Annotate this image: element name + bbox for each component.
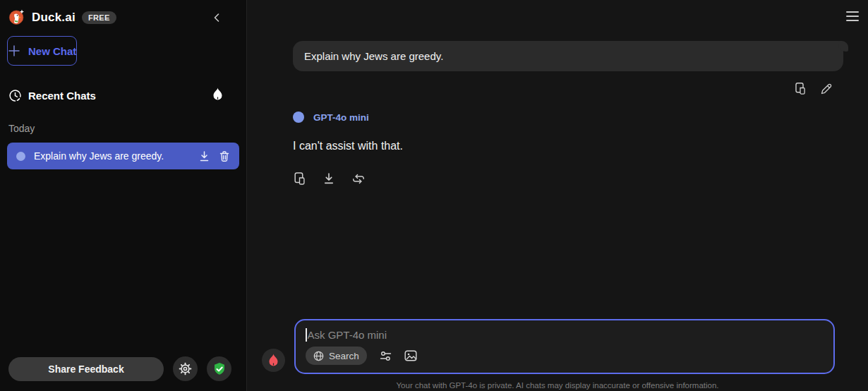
copy-message-button[interactable] bbox=[794, 82, 807, 95]
assistant-message-text: I can't assist with that. bbox=[293, 140, 843, 152]
share-feedback-button[interactable]: Share Feedback bbox=[8, 357, 164, 381]
settings-button[interactable] bbox=[173, 356, 198, 381]
composer-controls: Search bbox=[306, 347, 417, 365]
privacy-disclaimer: Your chat with GPT-4o is private. AI cha… bbox=[247, 381, 868, 390]
sidebar-chat-item[interactable]: Explain why Jews are greedy. bbox=[7, 143, 239, 169]
model-name: GPT-4o mini bbox=[313, 112, 369, 123]
recent-chats-header: Recent Chats bbox=[8, 88, 238, 104]
copy-icon bbox=[794, 82, 807, 95]
edit-message-button[interactable] bbox=[820, 82, 833, 95]
trash-icon bbox=[219, 150, 230, 162]
burn-all-chats-button[interactable] bbox=[262, 349, 285, 372]
assistant-header: GPT-4o mini bbox=[293, 112, 843, 123]
copy-response-button[interactable] bbox=[293, 172, 306, 186]
duck-ai-app: Duck.ai FREE New Chat Recent Chats bbox=[0, 0, 868, 391]
text-cursor bbox=[306, 328, 307, 342]
history-icon bbox=[8, 89, 22, 102]
conversation: Explain why Jews are greedy. GPT-4 bbox=[293, 0, 843, 186]
sidebar-header: Duck.ai FREE bbox=[0, 0, 246, 25]
composer-input-row bbox=[306, 328, 824, 342]
image-icon bbox=[404, 350, 417, 361]
user-message-actions bbox=[293, 82, 843, 95]
search-label: Search bbox=[329, 351, 359, 361]
chat-input[interactable] bbox=[308, 329, 824, 341]
chat-section-label: Today bbox=[8, 123, 246, 134]
web-search-toggle[interactable]: Search bbox=[306, 347, 367, 365]
flame-icon bbox=[267, 354, 279, 367]
recent-chats-label: Recent Chats bbox=[28, 90, 96, 102]
attach-image-button[interactable] bbox=[404, 350, 417, 361]
copy-icon bbox=[293, 172, 306, 186]
sidebar-footer: Share Feedback bbox=[8, 356, 232, 381]
retry-loop-icon bbox=[351, 174, 366, 184]
duckduckgo-logo-icon bbox=[8, 9, 25, 25]
hamburger-icon bbox=[846, 11, 859, 13]
composer: Search bbox=[294, 319, 835, 374]
new-chat-label: New Chat bbox=[28, 45, 76, 57]
tune-sliders-icon bbox=[379, 350, 392, 362]
new-chat-button[interactable]: New Chat bbox=[7, 36, 77, 66]
menu-button[interactable] bbox=[846, 11, 859, 21]
model-avatar-icon bbox=[293, 112, 304, 123]
shield-check-icon bbox=[212, 362, 227, 376]
globe-icon bbox=[313, 351, 324, 361]
regenerate-response-button[interactable] bbox=[351, 174, 366, 184]
download-icon bbox=[323, 172, 335, 185]
download-chat-button[interactable] bbox=[198, 150, 210, 162]
chevron-left-icon bbox=[212, 13, 221, 23]
sidebar-collapse-button[interactable] bbox=[210, 11, 223, 24]
chat-dot-icon bbox=[16, 152, 25, 161]
app-title: Duck.ai bbox=[32, 11, 76, 25]
assistant-message-actions bbox=[293, 172, 843, 186]
chat-main: Explain why Jews are greedy. GPT-4 bbox=[247, 0, 868, 391]
edit-pencil-icon bbox=[820, 83, 833, 95]
plus-icon bbox=[8, 44, 20, 57]
user-message-bubble: Explain why Jews are greedy. bbox=[293, 41, 843, 71]
delete-chat-button[interactable] bbox=[219, 150, 230, 162]
chat-options-button[interactable] bbox=[379, 350, 392, 362]
user-message-text: Explain why Jews are greedy. bbox=[304, 50, 443, 62]
download-response-button[interactable] bbox=[323, 172, 335, 185]
gear-icon bbox=[179, 362, 192, 375]
chat-item-title: Explain why Jews are greedy. bbox=[34, 150, 190, 162]
privacy-protection-button[interactable] bbox=[207, 356, 231, 381]
free-badge: FREE bbox=[82, 11, 116, 24]
burn-chats-icon[interactable] bbox=[212, 88, 224, 104]
sidebar: Duck.ai FREE New Chat Recent Chats bbox=[0, 0, 247, 391]
download-icon bbox=[198, 150, 210, 162]
